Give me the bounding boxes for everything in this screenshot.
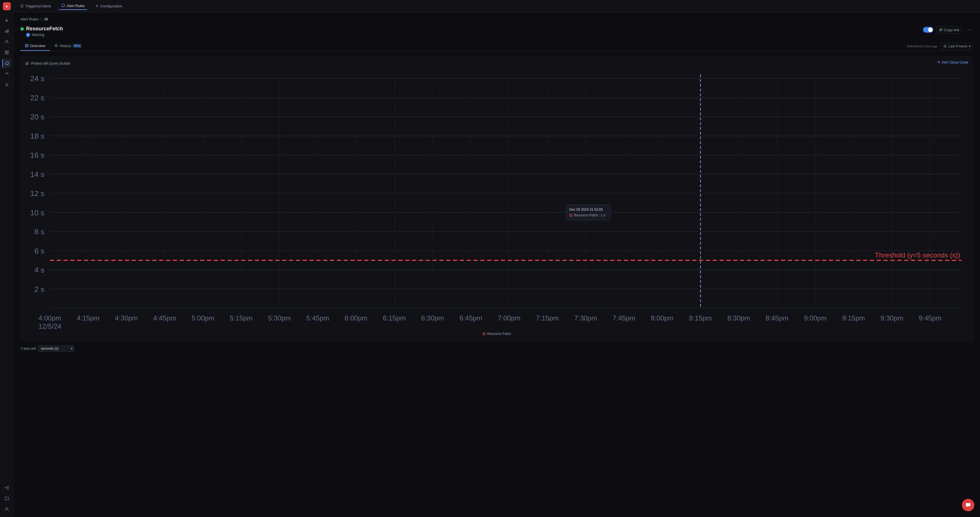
y-axis-unit-section: Y-axis unit seconds (s) milliseconds (ms… (21, 345, 973, 352)
chart-svg: 24 s 22 s 20 s 18 s 16 s 14 s 12 s 10 s … (25, 69, 968, 329)
sidebar-item-users[interactable] (2, 37, 11, 46)
svg-text:4:45pm: 4:45pm (153, 314, 176, 322)
y-axis-unit-wrapper: seconds (s) milliseconds (ms) minutes (m… (38, 345, 74, 352)
legend-dot (483, 332, 485, 335)
tab-history[interactable]: History Beta (50, 41, 86, 51)
svg-rect-1 (6, 30, 7, 33)
svg-rect-5 (7, 51, 8, 52)
sidebar-item-alerts[interactable] (2, 59, 11, 68)
svg-rect-7 (7, 53, 8, 54)
sidebar-item-settings[interactable] (2, 80, 11, 89)
svg-text:12/5/24: 12/5/24 (38, 323, 61, 329)
svg-text:9:45pm: 9:45pm (919, 314, 942, 322)
link-icon (939, 28, 943, 32)
nav-configuration[interactable]: Configuration (93, 3, 124, 10)
chart-wrapper: 24 s 22 s 20 s 18 s 16 s 14 s 12 s 10 s … (25, 69, 968, 329)
breadcrumb-separator: / (41, 17, 42, 21)
breadcrumb: Alert Rules / 36 (21, 17, 973, 21)
svg-text:10 s: 10 s (30, 208, 44, 217)
svg-text:5:00pm: 5:00pm (191, 314, 214, 322)
breadcrumb-alert-rules[interactable]: Alert Rules (21, 17, 38, 21)
nav-triggered-alerts[interactable]: ☰ Triggered Alerts (18, 3, 53, 10)
chevron-down-icon: ▾ (969, 44, 970, 48)
svg-point-9 (6, 84, 7, 86)
svg-text:5:45pm: 5:45pm (306, 314, 329, 322)
main-content: ☰ Triggered Alerts Alert Rules Configura… (14, 0, 980, 517)
svg-rect-16 (27, 44, 28, 45)
sidebar-item-boards[interactable] (2, 48, 11, 57)
page-content: Alert Rules / 36 ResourceFetch i Warning (14, 13, 980, 517)
svg-text:6:15pm: 6:15pm (383, 314, 406, 322)
svg-text:7:15pm: 7:15pm (536, 314, 558, 322)
alert-setup-guide-link[interactable]: Alert Setup Guide (937, 60, 968, 64)
svg-rect-18 (27, 46, 28, 47)
svg-text:9:30pm: 9:30pm (880, 314, 903, 322)
svg-text:8 s: 8 s (34, 227, 44, 236)
tab-overview[interactable]: Overview (21, 41, 50, 51)
clock-icon (943, 45, 947, 48)
svg-text:20 s: 20 s (30, 113, 44, 121)
svg-rect-21 (25, 69, 968, 329)
svg-text:8:45pm: 8:45pm (765, 314, 788, 322)
svg-rect-10 (5, 487, 6, 488)
svg-text:14 s: 14 s (30, 170, 44, 179)
chart-header: Plotted with Query Builder (25, 62, 968, 65)
chart-container: Alert Setup Guide Plotted with Query Bui… (21, 57, 973, 340)
refresh-info: Refreshed 2 mins ago (907, 45, 937, 48)
status-active-dot (21, 27, 24, 31)
svg-point-13 (6, 507, 8, 509)
svg-rect-2 (8, 29, 8, 33)
svg-text:7:45pm: 7:45pm (612, 314, 635, 322)
sidebar-item-integrations[interactable] (2, 483, 11, 492)
alert-rules-icon (61, 4, 65, 8)
sidebar-item-performance[interactable] (2, 70, 11, 78)
alert-title-section: ResourceFetch i Warning (21, 26, 63, 37)
query-builder-icon (25, 62, 29, 65)
svg-text:7:00pm: 7:00pm (498, 314, 520, 322)
svg-text:4:30pm: 4:30pm (115, 314, 138, 322)
svg-text:22 s: 22 s (30, 94, 44, 102)
alert-header: ResourceFetch i Warning Copy link ··· (21, 26, 973, 37)
svg-text:4 s: 4 s (34, 266, 44, 274)
svg-text:8:15pm: 8:15pm (689, 314, 712, 322)
alert-toggle[interactable] (923, 27, 933, 33)
more-options-button[interactable]: ··· (965, 26, 973, 34)
alert-subtitle: i Warning (26, 33, 63, 37)
svg-rect-11 (7, 486, 8, 487)
svg-text:16 s: 16 s (30, 151, 44, 159)
svg-rect-4 (5, 51, 6, 52)
chat-support-button[interactable] (962, 499, 974, 511)
svg-point-8 (6, 74, 7, 74)
svg-rect-0 (5, 31, 6, 33)
svg-text:2 s: 2 s (34, 285, 44, 294)
breadcrumb-current: 36 (44, 17, 48, 21)
beta-badge: Beta (73, 44, 82, 48)
svg-rect-17 (25, 46, 26, 47)
nav-alert-rules[interactable]: Alert Rules (59, 3, 87, 10)
svg-text:18 s: 18 s (30, 132, 44, 140)
svg-text:4:15pm: 4:15pm (77, 314, 100, 322)
svg-point-14 (96, 5, 97, 6)
svg-text:4:00pm: 4:00pm (38, 314, 61, 322)
top-navigation: ☰ Triggered Alerts Alert Rules Configura… (14, 0, 980, 13)
alert-actions: Copy link ··· (923, 26, 973, 34)
copy-link-button[interactable]: Copy link (937, 26, 962, 33)
configuration-icon (95, 4, 99, 8)
tabs-bar: Overview History Beta Refreshed 2 mins a… (21, 41, 973, 51)
tabs-left: Overview History Beta (21, 41, 86, 51)
sidebar-item-explore[interactable]: ◈ (2, 16, 11, 25)
app-logo[interactable]: ● (3, 2, 11, 10)
sidebar-item-profile[interactable] (2, 505, 11, 514)
external-link-icon (937, 61, 940, 64)
triggered-alerts-icon: ☰ (21, 4, 24, 8)
overview-tab-icon (25, 44, 29, 48)
svg-text:Threshold (y=5 seconds (s)): Threshold (y=5 seconds (s)) (875, 251, 960, 259)
svg-text:12 s: 12 s (30, 189, 44, 198)
svg-text:9:15pm: 9:15pm (842, 314, 865, 322)
time-range-selector[interactable]: Last 6 hours ▾ (941, 43, 973, 49)
sidebar-item-chart[interactable] (2, 26, 11, 35)
svg-text:6:00pm: 6:00pm (345, 314, 367, 322)
sidebar: ● ◈ (0, 0, 14, 517)
y-axis-unit-select[interactable]: seconds (s) milliseconds (ms) minutes (m… (38, 345, 74, 352)
sidebar-item-chat[interactable] (2, 494, 11, 503)
